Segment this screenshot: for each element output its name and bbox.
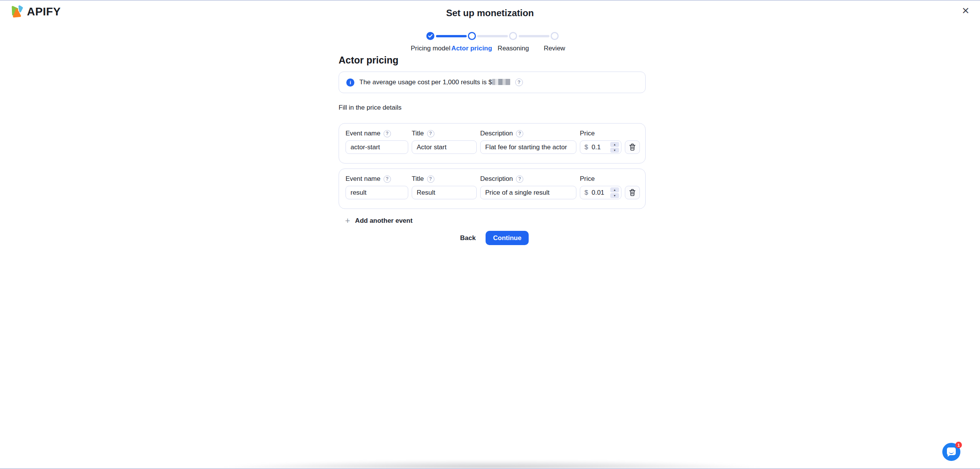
title-field: Title ? [412, 130, 477, 157]
event-name-label: Event name ? [346, 175, 408, 183]
step-circle-review[interactable] [551, 32, 559, 40]
description-field: Description ? [480, 175, 576, 202]
price-input[interactable] [591, 189, 608, 197]
delete-event-button[interactable] [625, 140, 640, 154]
description-help-icon[interactable]: ? [516, 175, 523, 183]
step-connector-2 [477, 35, 508, 37]
page-title: Set up monetization [0, 8, 980, 18]
trash-icon [629, 144, 636, 151]
step-label-actor-pricing[interactable]: Actor pricing [451, 45, 492, 52]
price-label: Price [580, 175, 621, 183]
event-name-help-icon[interactable]: ? [384, 130, 391, 137]
price-input-group: $ ▲ ▼ [580, 140, 621, 154]
step-connector-1 [436, 35, 467, 37]
price-field: Price $ ▲ ▼ [580, 175, 621, 202]
stepper-down-icon[interactable]: ▼ [610, 148, 619, 153]
description-input[interactable] [480, 140, 576, 154]
title-label: Title ? [412, 130, 477, 137]
currency-symbol: $ [584, 189, 588, 197]
banner-help-icon[interactable]: ? [515, 78, 523, 86]
title-help-icon[interactable]: ? [427, 175, 434, 183]
pricing-event-row: Event name ? Title ? Description ? [339, 123, 646, 164]
event-name-input[interactable] [346, 140, 408, 154]
continue-button[interactable]: Continue [486, 231, 529, 245]
info-icon: i [346, 78, 354, 87]
event-name-label: Event name ? [346, 130, 408, 137]
currency-symbol: $ [584, 144, 588, 151]
top-hairline [0, 0, 980, 1]
chat-bubble-icon [947, 447, 956, 455]
window-drop-shadow [207, 461, 776, 468]
fill-price-details-text: Fill in the price details [339, 104, 646, 112]
event-name-field: Event name ? [346, 130, 408, 157]
average-cost-banner: i The average usage cost per 1,000 resul… [339, 72, 646, 93]
wizard-stepper: Pricing model Actor pricing Reasoning Re… [410, 32, 575, 56]
event-name-field: Event name ? [346, 175, 408, 202]
monetization-setup-page: APIFY Set up monetization × Pricing mode… [0, 0, 980, 469]
description-label: Description ? [480, 130, 576, 137]
main-content: Actor pricing i The average usage cost p… [339, 55, 646, 245]
step-circle-reasoning[interactable] [509, 32, 517, 40]
price-stepper: ▲ ▼ [610, 187, 619, 198]
price-input-group: $ ▲ ▼ [580, 186, 621, 199]
close-icon[interactable]: × [960, 4, 972, 17]
check-icon [428, 34, 432, 38]
redacted-value [492, 79, 510, 85]
chat-unread-badge: 1 [955, 442, 962, 448]
add-event-label: Add another event [355, 217, 412, 225]
stepper-down-icon[interactable]: ▼ [610, 193, 619, 198]
plus-icon: + [345, 217, 350, 225]
step-label-review[interactable]: Review [544, 45, 565, 52]
price-label: Price [580, 130, 621, 137]
description-input[interactable] [480, 186, 576, 199]
title-input[interactable] [412, 140, 477, 154]
chat-widget-button[interactable]: 1 [942, 443, 960, 461]
step-connector-3 [519, 35, 549, 37]
delete-event-button[interactable] [625, 186, 640, 199]
description-label: Description ? [480, 175, 576, 183]
price-input[interactable] [591, 144, 608, 151]
price-field: Price $ ▲ ▼ [580, 130, 621, 157]
event-name-input[interactable] [346, 186, 408, 199]
step-label-reasoning[interactable]: Reasoning [498, 45, 529, 52]
event-name-help-icon[interactable]: ? [384, 175, 391, 183]
stepper-up-icon[interactable]: ▲ [610, 187, 619, 192]
wizard-actions: Back Continue [339, 231, 646, 245]
step-circle-actor-pricing[interactable] [468, 32, 476, 40]
description-help-icon[interactable]: ? [516, 130, 523, 137]
trash-icon [629, 189, 636, 196]
chat-smile-icon [949, 451, 954, 454]
title-label: Title ? [412, 175, 477, 183]
title-input[interactable] [412, 186, 477, 199]
stepper-up-icon[interactable]: ▲ [610, 142, 619, 147]
description-field: Description ? [480, 130, 576, 157]
price-stepper: ▲ ▼ [610, 142, 619, 153]
step-circle-pricing-model[interactable] [426, 32, 434, 40]
add-another-event-button[interactable]: + Add another event [339, 217, 412, 225]
pricing-event-row: Event name ? Title ? Description ? [339, 169, 646, 209]
step-label-pricing-model[interactable]: Pricing model [411, 45, 451, 52]
section-heading: Actor pricing [339, 55, 646, 65]
title-field: Title ? [412, 175, 477, 202]
back-button[interactable]: Back [456, 231, 481, 245]
title-help-icon[interactable]: ? [427, 130, 434, 137]
banner-text: The average usage cost per 1,000 results… [359, 78, 510, 86]
